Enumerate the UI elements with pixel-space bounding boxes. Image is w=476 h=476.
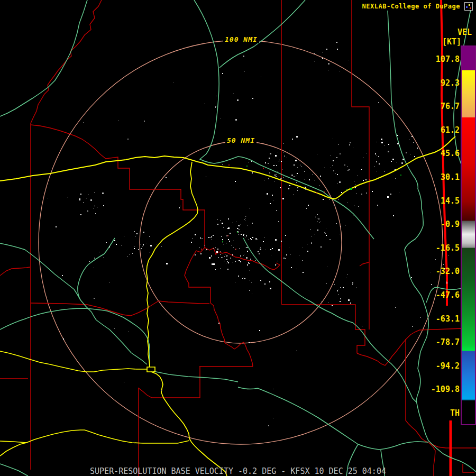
colorbar: [461, 45, 476, 425]
colorbar-tick--78.7: -78.7: [425, 337, 460, 347]
velocity-echo: [235, 249, 236, 250]
velocity-echo: [237, 232, 238, 233]
colorbar-tick--16.5: -16.5: [425, 243, 460, 253]
velocity-echo: [369, 179, 370, 180]
velocity-echo: [350, 188, 352, 190]
velocity-echo: [346, 189, 347, 190]
velocity-echo: [201, 249, 202, 250]
colorbar-tick--0.9: -0.9: [425, 219, 460, 229]
colorbar-units: [KT]: [442, 37, 461, 47]
radar-map-image: [0, 0, 476, 476]
icon-dot-yellow: [469, 4, 470, 6]
radar-display: 100 NMI 50 NMI NEXLAB-College of DuPage …: [0, 0, 476, 476]
page-title: NEXLAB-College of DuPage: [362, 3, 460, 10]
velocity-echo: [316, 193, 317, 194]
colorbar-tick-TH: TH: [425, 408, 460, 418]
map-background: [0, 0, 476, 476]
colorbar-tick-61.2: 61.2: [425, 125, 460, 135]
colorbar-tick-107.8: 107.8: [425, 54, 460, 64]
velocity-echo: [227, 235, 228, 236]
velocity-echo: [324, 191, 325, 193]
colorbar-tick-14.5: 14.5: [425, 196, 460, 206]
colorbar-title: VEL: [457, 28, 472, 37]
broken-image-icon: [464, 2, 473, 11]
range-ring-label-100nmi: 100 NMI: [223, 35, 259, 43]
colorbar-tick-92.3: 92.3: [425, 78, 460, 88]
colorbar-tick--94.2: -94.2: [425, 361, 460, 371]
range-ring-label-50nmi: 50 NMI: [225, 136, 257, 144]
colorbar-tick--63.1: -63.1: [425, 314, 460, 324]
colorbar-tick-76.7: 76.7: [425, 102, 460, 111]
icon-dot-blue: [466, 6, 468, 8]
colorbar-tick--47.6: -47.6: [425, 290, 460, 300]
velocity-echo: [246, 166, 248, 167]
status-bar: SUPER-RESOLUTION BASE VELOCITY -0.2 DEG …: [0, 466, 476, 476]
colorbar-tick--109.8: -109.8: [425, 385, 460, 394]
colorbar-tick--32.0: -32.0: [425, 267, 460, 276]
velocity-echo: [263, 168, 264, 169]
velocity-echo: [228, 164, 230, 166]
velocity-echo: [222, 241, 223, 242]
velocity-echo: [400, 175, 401, 176]
colorbar-tick-30.1: 30.1: [425, 172, 460, 182]
colorbar-tick-45.6: 45.6: [425, 149, 460, 158]
icon-dot-red: [470, 7, 471, 9]
